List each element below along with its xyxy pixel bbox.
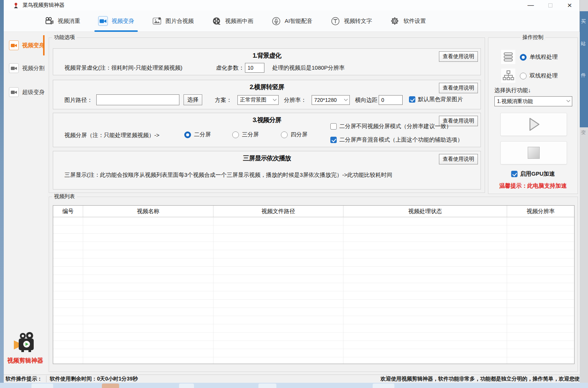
play-button[interactable] (500, 113, 567, 136)
help-button[interactable]: 查看使用说明 (439, 51, 478, 62)
movie-camera-icon (44, 16, 54, 26)
tab-2[interactable]: 图片合视频 (152, 10, 194, 32)
default-black-bg-checkbox[interactable]: 默认黑色背景图片 (409, 96, 463, 103)
brand-block: 视频剪辑神器 (4, 331, 47, 365)
window-controls: — × (521, 0, 579, 10)
background-text-fragment: 站 (581, 40, 586, 47)
chevron-down-icon (273, 97, 277, 101)
resolution-label: 分辨率： (284, 97, 306, 104)
background-text-fragment: 件 (581, 72, 586, 79)
column-header-3[interactable]: 视频处理状态 (343, 206, 507, 217)
background-window-strip (580, 11, 588, 127)
column-body-0 (53, 217, 83, 364)
image-path-input[interactable] (96, 94, 179, 105)
resolution-select[interactable]: 720*1280 (312, 95, 350, 105)
column-header-1[interactable]: 视频名称 (83, 206, 213, 217)
radio-icon (184, 131, 191, 138)
blur-param-input[interactable] (245, 63, 264, 73)
brand-label: 视频剪辑神器 (4, 357, 47, 365)
statusbar: 软件操作提示： 软件使用剩余时间：0天0小时1分39秒 欢迎使用视频剪辑神器，软… (4, 375, 580, 383)
radio-icon (232, 131, 239, 138)
radio-icon (520, 73, 527, 79)
video-list-group: 视频列表 编号视频名称视频文件路径视频处理状态视频分辨率 (49, 197, 578, 372)
split-mode-checkbox[interactable]: 二分屏不同视频分屏模式（分辨率建议一致） (330, 123, 452, 130)
status-time: 软件使用剩余时间：0天0小时1分39秒 (46, 376, 138, 382)
checkbox-label: 二分屏不同视频分屏模式（分辨率建议一致） (339, 123, 452, 130)
radio-label: 四分屏 (291, 131, 307, 138)
play-icon (525, 116, 542, 133)
checkbox-icon (330, 137, 337, 143)
gpu-tip: 温馨提示：此电脑支持加速 (488, 182, 578, 190)
resolution-value: 720*1280 (314, 97, 337, 103)
section-triple-display: 三屏显示依次播放 查看使用说明 三屏显示(注：此功能会按顺序从视频列表里面每3个… (53, 151, 481, 190)
column-body-3 (343, 217, 507, 364)
section-landscape-to-portrait: 2.横屏转竖屏 查看使用说明 图片路径： 选择 方案： 正常背景图 分辨率： 7… (53, 80, 481, 109)
margin-input[interactable] (379, 95, 403, 105)
sidebar-item-2[interactable]: 超级变身 (9, 87, 45, 97)
scheme-select[interactable]: 正常背景图 (237, 95, 279, 105)
tab-label: 视频变身 (112, 18, 134, 25)
desktop-edge-left (0, 0, 4, 388)
split-label: 视频分屏（注：只能处理竖频视频）-> (64, 132, 160, 139)
content: 功能选项 1.背景虚化 查看使用说明 视频背景虚化(注：很耗时间-只能处理竖频视… (47, 32, 580, 375)
split-mix-audio-checkbox[interactable]: 二分屏声音混音模式（上面这个功能的辅助选项） (330, 136, 463, 143)
close-button[interactable]: × (560, 0, 579, 10)
tab-label: 视频消重 (58, 18, 80, 25)
tab-1[interactable]: 视频变身 (98, 10, 134, 32)
column-body-2 (213, 217, 343, 364)
screen: 菜鸟视频剪辑神器 — × 视频消重视频变身图片合视频视频画中画AI智能配音视频转… (0, 0, 588, 388)
tab-label: 软件设置 (403, 18, 426, 25)
minimize-button[interactable]: — (521, 0, 540, 10)
section-split-screen: 3.视频分屏 查看使用说明 视频分屏（注：只能处理竖频视频）-> 二分屏三分屏四… (53, 113, 481, 147)
ops-title: 操作控制 (521, 34, 545, 41)
column-header-4[interactable]: 视频分辨率 (507, 206, 574, 217)
tab-5[interactable]: 视频转文字 (330, 10, 372, 32)
sidebar-item-1[interactable]: 视频分割 (9, 63, 45, 73)
maximize-button[interactable] (540, 0, 560, 10)
split-radio-三分屏[interactable]: 三分屏 (232, 131, 259, 138)
radio-label: 三分屏 (242, 131, 259, 138)
camcorder-icon (9, 87, 19, 97)
column-body-4 (507, 217, 574, 364)
blur-param-label: 虚化参数： (216, 64, 244, 72)
video-table[interactable]: 编号视频名称视频文件路径视频处理状态视频分辨率 (53, 205, 575, 364)
choose-button[interactable]: 选择 (184, 94, 202, 105)
taskbar-item[interactable] (179, 384, 194, 388)
function-select[interactable]: 1.视频消重功能 (494, 96, 572, 106)
window-title: 菜鸟视频剪辑神器 (22, 2, 64, 9)
app-window: 菜鸟视频剪辑神器 — × 视频消重视频变身图片合视频视频画中画AI智能配音视频转… (4, 0, 580, 383)
tab-0[interactable]: 视频消重 (44, 10, 80, 32)
taskbar-item[interactable] (102, 384, 119, 388)
split-radio-二分屏[interactable]: 二分屏 (184, 131, 211, 138)
function-select-label: 选择执行功能↓ (494, 87, 531, 94)
tab-6[interactable]: 软件设置 (390, 10, 426, 32)
help-button[interactable]: 查看使用说明 (439, 83, 478, 93)
column-header-2[interactable]: 视频文件路径 (213, 206, 343, 217)
section-title: 2.横屏转竖屏 (53, 83, 481, 91)
single-thread-radio[interactable]: 单线程处理 (520, 54, 558, 61)
tab-3[interactable]: 视频画中画 (212, 10, 253, 32)
checkbox-label: 启用GPU加速 (520, 170, 555, 178)
column-header-0[interactable]: 编号 (53, 206, 83, 217)
tab-4[interactable]: AI智能配音 (271, 10, 312, 32)
taskbar-item[interactable] (31, 384, 53, 388)
film-reel-icon (212, 16, 221, 26)
camcorder-icon (98, 16, 108, 26)
taskbar-item[interactable] (258, 384, 276, 388)
section-title: 1.背景虚化 (53, 51, 481, 60)
dual-thread-radio[interactable]: 双线程处理 (520, 72, 558, 79)
checkbox-icon (330, 123, 337, 130)
gpu-checkbox[interactable]: 启用GPU加速 (511, 170, 555, 178)
background-text-fragment: 变 (581, 129, 586, 136)
video-table-header: 编号视频名称视频文件路径视频处理状态视频分辨率 (53, 206, 574, 217)
taskbar-item[interactable] (373, 384, 394, 388)
stop-button[interactable] (500, 141, 567, 164)
image-path-label: 图片路径： (64, 97, 93, 104)
background-text-fragment: 买 (581, 18, 586, 25)
app-logo-icon (13, 2, 19, 9)
blur-note: 处理的视频后是1080P分辨率 (272, 64, 345, 72)
split-radio-四分屏[interactable]: 四分屏 (281, 131, 307, 138)
tab-label: AI智能配音 (285, 18, 312, 25)
help-button[interactable]: 查看使用说明 (439, 154, 478, 164)
sidebar-item-0[interactable]: 视频变身 (9, 40, 45, 50)
